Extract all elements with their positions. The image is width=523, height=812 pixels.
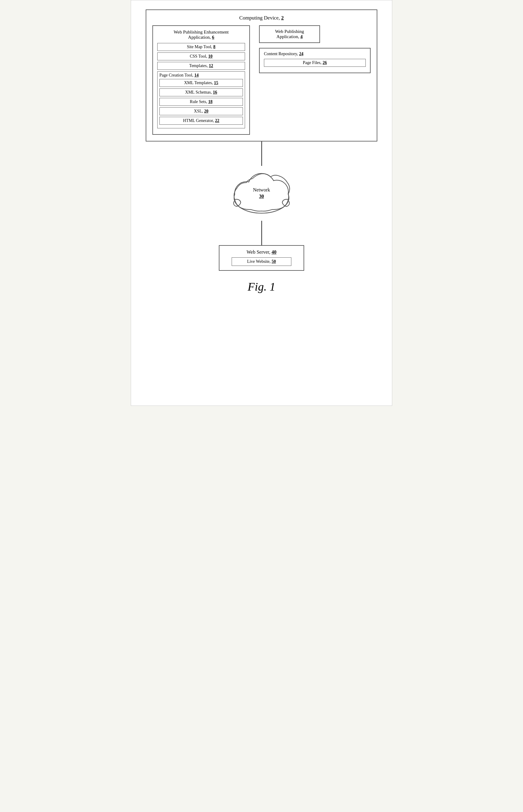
page-creation-label: Page Creation Tool, 14 bbox=[159, 73, 243, 78]
site-map-tool-box: Site Map Tool, 8 bbox=[157, 43, 245, 51]
content-repo-label: Content Repository, 24 bbox=[264, 52, 366, 56]
enhancement-app-num: 6 bbox=[212, 35, 214, 40]
site-map-tool-label: Site Map Tool, bbox=[187, 45, 213, 49]
xsl-box: XSL, 20 bbox=[159, 107, 243, 115]
network-section: Network 30 Web Server, 40 Live Website, … bbox=[219, 166, 304, 271]
fig-label: Fig. 1 bbox=[248, 280, 275, 293]
html-generator-box: HTML Generator, 22 bbox=[159, 117, 243, 125]
web-pub-app-num: 4 bbox=[300, 34, 303, 39]
xml-templates-box: XML Templates, 15 bbox=[159, 79, 243, 87]
computing-device-label: Computing Device, 2 bbox=[152, 15, 371, 21]
computing-device-box: Computing Device, 2 Web Publishing Enhan… bbox=[146, 10, 377, 141]
right-column: Web PublishingApplication, 4 Content Rep… bbox=[259, 25, 371, 73]
network-label: Network 30 bbox=[253, 187, 270, 200]
templates-num: 12 bbox=[209, 64, 213, 68]
enhancement-app-box: Web Publishing EnhancementApplication, 6… bbox=[152, 25, 250, 135]
enhancement-app-label: Web Publishing EnhancementApplication, 6 bbox=[157, 30, 245, 40]
web-publishing-app-box: Web PublishingApplication, 4 bbox=[259, 25, 320, 43]
site-map-tool-num: 8 bbox=[213, 45, 215, 49]
inner-row: Web Publishing EnhancementApplication, 6… bbox=[152, 25, 371, 135]
rule-sets-box: Rule Sets, 18 bbox=[159, 98, 243, 106]
page-files-box: Page Files, 26 bbox=[264, 59, 366, 67]
web-server-box: Web Server, 40 Live Website, 50 bbox=[219, 245, 304, 271]
templates-box: Templates, 12 bbox=[157, 62, 245, 70]
web-server-section: Web Server, 40 Live Website, 50 bbox=[219, 245, 304, 271]
computing-device-text: Computing Device, bbox=[239, 15, 281, 21]
live-website-box: Live Website, 50 bbox=[232, 257, 291, 266]
content-repo-box: Content Repository, 24 Page Files, 26 bbox=[259, 48, 371, 73]
page: Computing Device, 2 Web Publishing Enhan… bbox=[131, 0, 392, 406]
page-creation-outer-box: Page Creation Tool, 14 XML Templates, 15… bbox=[157, 71, 245, 128]
templates-label: Templates, bbox=[189, 64, 209, 68]
network-num: 30 bbox=[259, 194, 264, 199]
web-server-label: Web Server, 40 bbox=[232, 249, 291, 255]
css-tool-box: CSS Tool, 10 bbox=[157, 52, 245, 60]
connector-top bbox=[261, 141, 262, 166]
css-tool-label: CSS Tool, bbox=[190, 54, 209, 58]
css-tool-num: 10 bbox=[208, 54, 213, 58]
xml-schemas-box: XML Schemas, 16 bbox=[159, 88, 243, 96]
cloud-container: Network 30 bbox=[222, 166, 301, 221]
computing-device-num: 2 bbox=[281, 15, 284, 21]
connector-bottom bbox=[261, 221, 262, 245]
